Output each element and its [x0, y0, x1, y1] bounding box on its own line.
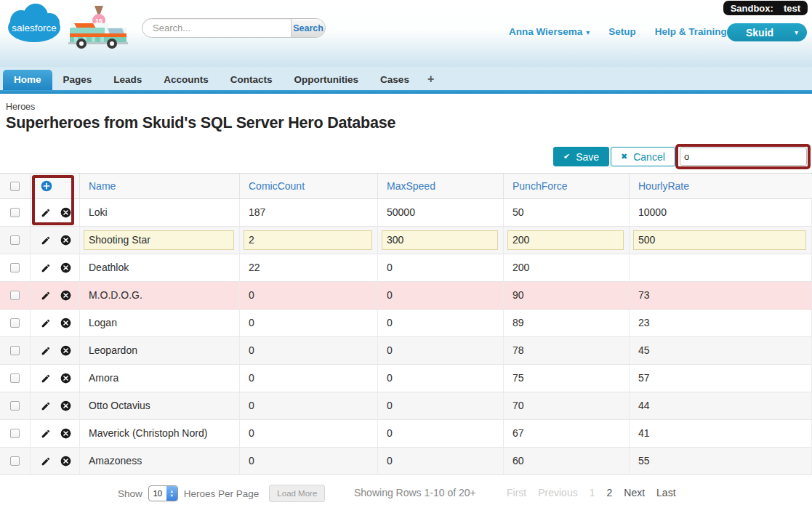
- row-actions-cell: [31, 448, 80, 475]
- cell-name: Amazoness: [80, 448, 240, 475]
- row-checkbox-cell: [0, 310, 31, 337]
- row-checkbox[interactable]: [10, 401, 20, 411]
- row-checkbox-cell: [0, 448, 31, 475]
- tab-pages[interactable]: Pages: [52, 70, 103, 90]
- tab-opportunities[interactable]: Opportunities: [284, 70, 370, 90]
- per-page-suffix-label: Heroes Per Page: [184, 488, 260, 499]
- user-caret-icon: ▾: [586, 28, 590, 36]
- edit-row-icon[interactable]: [41, 346, 51, 356]
- column-header-maxspeed[interactable]: MaxSpeed: [378, 174, 504, 198]
- ice-cream-truck-illustration: 15: [67, 3, 129, 49]
- remove-row-icon[interactable]: [60, 345, 71, 356]
- table-row: Otto Octavius007044: [0, 392, 812, 420]
- tab-leads[interactable]: Leads: [102, 70, 153, 90]
- skuid-caret-icon: ▾: [795, 28, 798, 36]
- cell-comiccount: 0: [240, 282, 378, 310]
- sandbox-value: test: [784, 3, 800, 14]
- cell-punchforce: 200: [504, 227, 630, 254]
- row-actions-cell: [31, 420, 80, 448]
- remove-row-icon[interactable]: [60, 400, 71, 411]
- row-checkbox[interactable]: [10, 318, 20, 328]
- row-checkbox[interactable]: [10, 263, 20, 272]
- cell-hourlyrate: 45: [630, 337, 812, 365]
- skuid-menu-button[interactable]: Skuid ▾: [727, 23, 807, 41]
- cell-hourlyrate: 73: [630, 282, 812, 310]
- cell-punchforce: 90: [504, 282, 630, 310]
- tab-add[interactable]: +: [420, 70, 441, 90]
- cell-maxspeed: 0: [378, 365, 504, 392]
- column-header-name[interactable]: Name: [80, 174, 240, 198]
- salesforce-logo-icon[interactable]: salesforce: [4, 1, 64, 45]
- page-link-2[interactable]: 2: [606, 487, 612, 498]
- tab-home[interactable]: Home: [3, 70, 52, 90]
- remove-row-icon[interactable]: [60, 207, 71, 218]
- row-checkbox[interactable]: [10, 208, 20, 217]
- cell-maxspeed: 0: [378, 420, 504, 448]
- cell-maxspeed: 0: [378, 448, 504, 475]
- global-search-input[interactable]: [142, 19, 291, 37]
- per-page-select[interactable]: 10 ▲ ▼: [148, 485, 178, 501]
- row-checkbox[interactable]: [10, 291, 20, 300]
- remove-row-icon[interactable]: [60, 373, 71, 384]
- table-row: Loki187500005010000: [0, 199, 812, 227]
- help-training-link[interactable]: Help & Training: [655, 26, 727, 37]
- cancel-button[interactable]: ✖ Cancel: [611, 147, 675, 166]
- table-row: Maverick (Christoph Nord)006741: [0, 420, 812, 448]
- edit-row-icon[interactable]: [41, 373, 51, 384]
- save-button-label: Save: [576, 151, 599, 163]
- inline-edit-field[interactable]: Shooting Star: [84, 230, 234, 250]
- cell-maxspeed: 0: [378, 310, 504, 337]
- cell-name: Otto Octavius: [80, 392, 240, 420]
- edit-row-icon[interactable]: [41, 263, 51, 273]
- page-link-previous: Previous: [538, 487, 577, 498]
- inline-edit-field[interactable]: 200: [507, 230, 624, 250]
- row-checkbox[interactable]: [10, 456, 20, 466]
- page-link-last[interactable]: Last: [656, 487, 675, 498]
- tab-cases[interactable]: Cases: [369, 70, 420, 90]
- remove-row-icon[interactable]: [60, 456, 71, 466]
- column-header-comiccount[interactable]: ComicCount: [240, 174, 378, 198]
- edit-row-icon[interactable]: [41, 291, 51, 301]
- tab-accounts[interactable]: Accounts: [153, 70, 220, 90]
- edit-row-icon[interactable]: [41, 401, 51, 411]
- user-menu[interactable]: Anna Wiersema▾: [509, 26, 590, 37]
- edit-row-icon[interactable]: [41, 208, 51, 218]
- save-button[interactable]: ✔ Save: [553, 147, 609, 166]
- edit-row-icon[interactable]: [41, 235, 51, 246]
- inline-edit-field[interactable]: 300: [382, 230, 498, 250]
- inline-edit-field[interactable]: 500: [633, 230, 806, 250]
- add-row-icon[interactable]: [41, 180, 52, 192]
- row-checkbox[interactable]: [10, 429, 20, 438]
- select-all-checkbox[interactable]: [10, 182, 20, 191]
- cell-name: Loki: [80, 199, 240, 227]
- edit-row-icon[interactable]: [41, 456, 51, 466]
- remove-row-icon[interactable]: [60, 235, 71, 246]
- tab-contacts[interactable]: Contacts: [220, 70, 284, 90]
- remove-row-icon[interactable]: [60, 428, 71, 439]
- row-checkbox[interactable]: [10, 235, 20, 245]
- edit-row-icon[interactable]: [41, 429, 51, 439]
- row-actions-cell: [31, 337, 80, 365]
- cell-name: Amora: [80, 365, 240, 392]
- column-header-hourlyrate[interactable]: HourlyRate: [630, 174, 812, 198]
- load-more-button[interactable]: Load More: [269, 485, 325, 502]
- table-footer: Show 10 ▲ ▼ Heroes Per Page Load More Sh…: [0, 475, 812, 513]
- table-filter-input[interactable]: [680, 148, 807, 166]
- page-link-next[interactable]: Next: [624, 487, 645, 498]
- setup-link[interactable]: Setup: [608, 26, 636, 37]
- per-page-value: 10: [149, 486, 166, 501]
- remove-row-icon[interactable]: [60, 290, 71, 301]
- inline-edit-field[interactable]: 2: [244, 230, 372, 250]
- rows-status-text: Showing Rows 1-10 of 20+: [354, 487, 476, 498]
- remove-row-icon[interactable]: [60, 262, 71, 273]
- table-row: Leopardon007845: [0, 337, 812, 365]
- cell-comiccount: 187: [240, 199, 378, 227]
- row-checkbox[interactable]: [10, 373, 20, 383]
- row-checkbox[interactable]: [10, 346, 20, 355]
- cell-comiccount: 22: [240, 254, 378, 282]
- global-search-button[interactable]: Search: [291, 19, 325, 37]
- remove-row-icon[interactable]: [60, 318, 71, 328]
- edit-row-icon[interactable]: [41, 318, 51, 328]
- column-header-punchforce[interactable]: PunchForce: [504, 174, 630, 198]
- row-checkbox-cell: [0, 365, 31, 392]
